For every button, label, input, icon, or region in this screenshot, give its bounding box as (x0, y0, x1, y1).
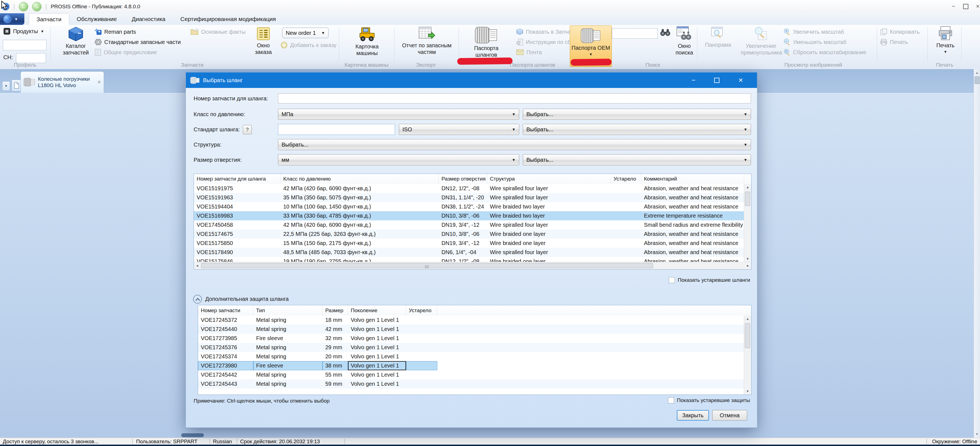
table-cell[interactable] (406, 379, 437, 389)
products-button[interactable]: Продукты ▼ (3, 27, 44, 35)
table-cell[interactable]: VOE15191975 (194, 184, 280, 193)
table-row[interactable]: VOE1745045842 МПа (420 бар, 6090 фунт-кв… (194, 221, 744, 230)
table-cell[interactable]: 20 mm (323, 352, 348, 361)
table-cell[interactable]: Metal spring (253, 325, 323, 334)
reman-parts-button[interactable]: Reman parts (95, 28, 136, 36)
table-cell[interactable]: Wire spiralled four layer (487, 221, 611, 230)
tab-diagnostics[interactable]: Диагностика (124, 13, 173, 25)
table-cell[interactable]: 48,5 МПа (485 бар, 7033 фунт-кв.д.) (280, 248, 439, 257)
scroll-down-icon[interactable]: ▼ (744, 256, 751, 262)
show-obsolete-hoses-label[interactable]: Показать устаревшие шланги (678, 277, 750, 283)
pressure-unit-select[interactable]: МПа▼ (278, 109, 519, 120)
table-cell[interactable]: Wire spiralled four layer (487, 184, 611, 193)
search-input[interactable] (612, 28, 658, 39)
document-tab-wheel-loaders[interactable]: Колесные погрузчикиL180G HL Volvo × (21, 71, 104, 93)
table-cell[interactable]: DN6, 1/4", -04 (439, 248, 487, 257)
application-menu-button[interactable]: ▼ (0, 13, 24, 25)
table-cell[interactable] (611, 202, 641, 211)
table-cell[interactable]: DN12, 1/2", -08 (439, 184, 487, 193)
table-cell[interactable]: Metal spring (253, 379, 323, 389)
column-header[interactable]: Комментарий (641, 174, 744, 184)
forward-button[interactable]: → (32, 2, 41, 11)
scroll-up-icon[interactable]: ▲ (974, 70, 980, 76)
close-tab-icon[interactable]: × (97, 79, 101, 86)
scroll-up-icon[interactable]: ▲ (744, 316, 751, 322)
back-button[interactable]: ← (19, 2, 28, 11)
table-cell[interactable]: VOE17245440 (198, 325, 253, 334)
table-cell[interactable]: VOE17245443 (198, 379, 253, 389)
table-row[interactable]: VOE17273985Fire sleeve32 mmVolvo gen 1 L… (198, 334, 744, 343)
table-cell[interactable]: 15 МПа (150 бар, 2175 фунт-кв.д.) (280, 239, 439, 248)
scroll-right-icon[interactable]: ► (745, 262, 751, 269)
table-row[interactable]: VOE1516998333 МПа (330 бар, 4785 фунт-кв… (194, 211, 744, 221)
scroll-down-icon[interactable]: ▼ (744, 388, 751, 395)
table-cell[interactable]: Volvo gen 1 Level 1 (348, 316, 406, 325)
scroll-left-icon[interactable]: ◄ (194, 262, 200, 269)
column-header[interactable]: Устарело (406, 305, 437, 316)
table-cell[interactable]: Fire sleeve (253, 361, 323, 370)
table-cell[interactable]: Volvo gen 1 Level 1 (348, 352, 406, 361)
order-window-button[interactable]: Окно заказа (248, 26, 278, 55)
table-cell[interactable]: 38 mm (323, 361, 348, 370)
table-row[interactable]: VOE1519196335 МПа (350 бар, 5075 фунт-кв… (194, 193, 744, 202)
table-row[interactable]: VOE17245443Metal spring59 mmVolvo gen 1 … (198, 379, 744, 389)
table-cell[interactable]: Volvo gen 1 Level 1 (348, 379, 406, 389)
table-cell[interactable]: 32 mm (323, 334, 348, 343)
dialog-minimize-button[interactable]: − (684, 73, 703, 88)
pressure-class-select[interactable]: Выбрать...▼ (523, 109, 751, 120)
table-cell[interactable]: Volvo gen 1 Level 1 (348, 361, 406, 370)
table-cell[interactable] (611, 248, 641, 257)
content-vertical-scrollbar[interactable]: ▲ ▼ (974, 69, 980, 438)
table-cell[interactable]: Wire braided two layer (487, 202, 611, 211)
table-cell[interactable]: Wire braided two layer (487, 211, 611, 221)
table-cell[interactable]: Small bend radius and extreme flexibilit… (641, 221, 744, 230)
table-cell[interactable]: DN19, 3/4", -12 (439, 221, 487, 230)
table-cell[interactable]: Wire spiralled four layer (487, 248, 611, 257)
scroll-up-icon[interactable]: ▲ (744, 184, 751, 190)
table-cell[interactable]: 59 mm (323, 379, 348, 389)
maximize-button[interactable] (959, 0, 972, 13)
tab-certified-modification[interactable]: Сертифицированная модификация (173, 13, 283, 25)
table-cell[interactable]: VOE17450458 (194, 221, 280, 230)
column-header[interactable]: Класс по давлению (280, 174, 439, 184)
table-cell[interactable] (611, 193, 641, 202)
bore-unit-select[interactable]: мм▼ (278, 154, 519, 165)
cancel-button[interactable]: Отмена (712, 410, 747, 421)
hose-passports-button[interactable]: Паспорта шлангов (459, 26, 513, 58)
profile-input[interactable] (3, 40, 46, 50)
horizontal-scrollbar-thumb[interactable] (181, 433, 204, 437)
table-cell[interactable]: VOE17273985 (198, 334, 253, 343)
table-cell[interactable]: Abrasion, weather and heat resistance (641, 230, 744, 239)
table-cell[interactable]: VOE17245442 (198, 370, 253, 379)
table-cell[interactable] (406, 325, 437, 334)
show-obsolete-hoses-checkbox[interactable] (669, 277, 675, 283)
help-button[interactable]: ? (243, 125, 252, 134)
table-cell[interactable]: VOE15174675 (194, 230, 280, 239)
table-row[interactable]: VOE1517585015 МПа (150 бар, 2175 фунт-кв… (194, 239, 744, 248)
scrollbar-thumb[interactable] (745, 323, 750, 348)
order-select[interactable]: New order 1 ▼ (282, 28, 329, 38)
table-cell[interactable]: VOE15169983 (194, 211, 280, 221)
table-cell[interactable]: 10 МПа (100 бар, 1450 фунт-кв.д.) (280, 202, 439, 211)
column-header[interactable]: Устарело (611, 174, 641, 184)
table-row[interactable]: VOE17245374Metal spring20 mmVolvo gen 1 … (198, 352, 744, 361)
scrollbar-thumb[interactable] (974, 76, 980, 84)
table-cell[interactable]: 29 mm (323, 343, 348, 352)
standard-select[interactable]: Выбрать...▼ (523, 124, 751, 135)
hose-part-number-input[interactable] (278, 94, 751, 103)
table-cell[interactable]: 42 МПа (420 бар, 6090 фунт-кв.д.) (280, 221, 439, 230)
table-cell[interactable] (611, 221, 641, 230)
table-row[interactable]: VOE17245442Metal spring55 mmVolvo gen 1 … (198, 370, 744, 379)
table-cell[interactable]: VOE17245376 (198, 343, 253, 352)
tab-parts[interactable]: Запчасти (29, 13, 69, 25)
parts-report-button[interactable]: Отчет по запасным частям (398, 26, 456, 55)
column-header[interactable]: Номер запчасти для шланга (194, 174, 280, 184)
table-cell[interactable]: Abrasion, weather and heat resistance (641, 248, 744, 257)
table-cell[interactable]: 35 МПа (350 бар, 5075 фунт-кв.д.) (280, 193, 439, 202)
table-cell[interactable]: VOE15175850 (194, 239, 280, 248)
column-header[interactable]: Поколение (348, 305, 406, 316)
table-cell[interactable]: Volvo gen 1 Level 1 (348, 325, 406, 334)
table-cell[interactable]: Abrasion, weather and heat resistance (641, 193, 744, 202)
hose-table-vscrollbar[interactable]: ▲ ▼ (744, 184, 751, 262)
table-cell[interactable] (406, 316, 437, 325)
